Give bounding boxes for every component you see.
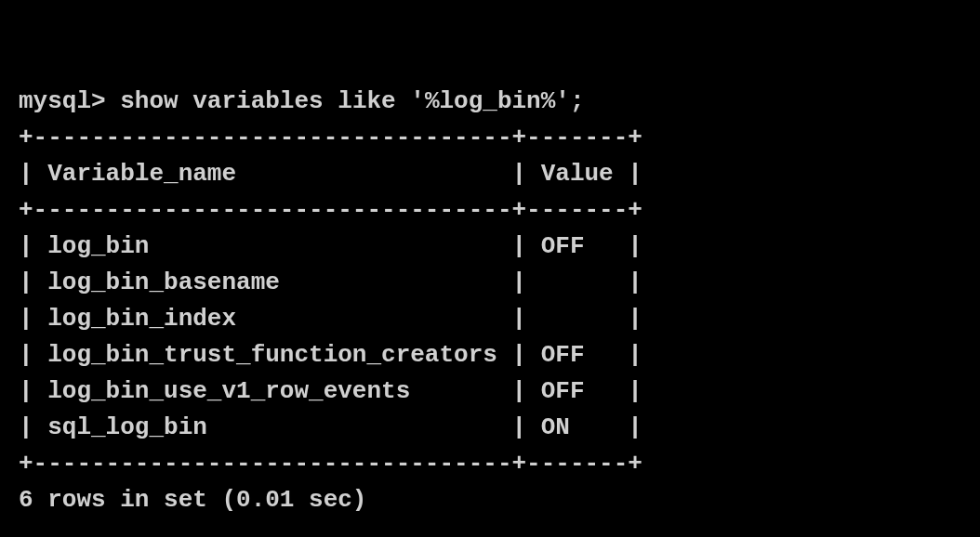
table-header-row: | Variable_name | Value |: [19, 160, 642, 188]
result-footer: 6 rows in set (0.01 sec): [19, 486, 366, 514]
mysql-prompt: mysql>: [19, 87, 106, 115]
sql-command: show variables like '%log_bin%';: [120, 87, 584, 115]
table-border-top: +---------------------------------+-----…: [19, 124, 642, 151]
table-border-bottom: +---------------------------------+-----…: [19, 450, 642, 478]
table-border-mid: +---------------------------------+-----…: [19, 196, 642, 224]
table-body: | log_bin | OFF | | log_bin_basename | |…: [19, 232, 642, 441]
